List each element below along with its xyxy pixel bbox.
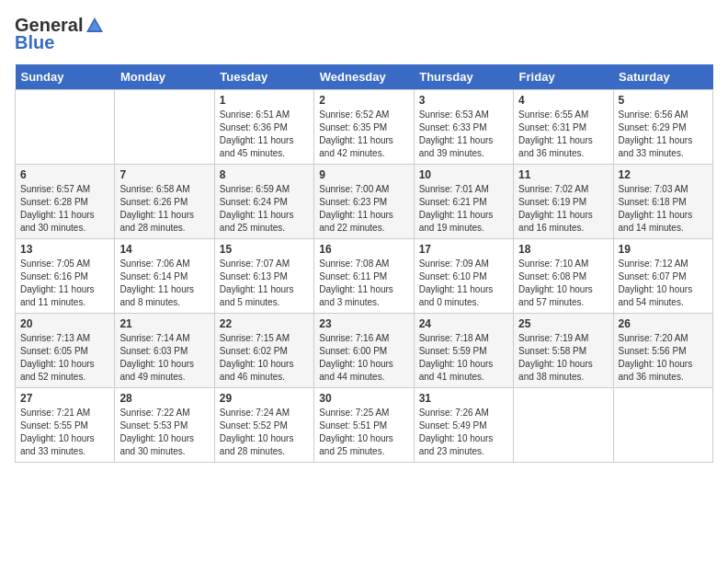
day-number: 3 [419,94,508,107]
day-number: 16 [319,243,408,256]
calendar-table: SundayMondayTuesdayWednesdayThursdayFrid… [15,64,713,463]
calendar-week-row: 27Sunrise: 7:21 AM Sunset: 5:55 PM Dayli… [16,388,713,463]
day-number: 31 [419,392,508,405]
day-info: Sunrise: 7:03 AM Sunset: 6:18 PM Dayligh… [619,183,708,235]
day-info: Sunrise: 7:19 AM Sunset: 5:58 PM Dayligh… [518,332,608,384]
calendar-cell: 2Sunrise: 6:52 AM Sunset: 6:35 PM Daylig… [314,90,414,165]
day-number: 1 [220,94,309,107]
day-number: 28 [119,392,209,405]
calendar-cell: 5Sunrise: 6:56 AM Sunset: 6:29 PM Daylig… [613,90,712,165]
day-number: 13 [20,243,109,256]
day-info: Sunrise: 7:18 AM Sunset: 5:59 PM Dayligh… [419,332,508,384]
day-number: 19 [619,243,708,256]
day-number: 24 [419,317,508,330]
calendar-week-row: 13Sunrise: 7:05 AM Sunset: 6:16 PM Dayli… [16,239,713,314]
calendar-cell: 20Sunrise: 7:13 AM Sunset: 6:05 PM Dayli… [16,314,115,388]
day-number: 30 [319,392,408,405]
day-info: Sunrise: 7:20 AM Sunset: 5:56 PM Dayligh… [619,332,708,384]
day-info: Sunrise: 7:08 AM Sunset: 6:11 PM Dayligh… [319,258,408,309]
calendar-week-row: 20Sunrise: 7:13 AM Sunset: 6:05 PM Dayli… [16,314,713,388]
day-info: Sunrise: 7:26 AM Sunset: 5:49 PM Dayligh… [419,407,508,458]
day-info: Sunrise: 7:22 AM Sunset: 5:53 PM Dayligh… [119,407,209,458]
day-info: Sunrise: 7:16 AM Sunset: 6:00 PM Dayligh… [319,332,408,384]
day-info: Sunrise: 6:55 AM Sunset: 6:31 PM Dayligh… [518,109,608,160]
day-number: 27 [20,392,109,405]
calendar-cell: 13Sunrise: 7:05 AM Sunset: 6:16 PM Dayli… [16,239,115,314]
day-info: Sunrise: 7:15 AM Sunset: 6:02 PM Dayligh… [220,332,309,384]
calendar-cell: 11Sunrise: 7:02 AM Sunset: 6:19 PM Dayli… [514,165,613,239]
day-number: 17 [419,243,508,256]
calendar-cell [613,388,712,463]
day-header-thursday: Thursday [414,64,513,90]
calendar-cell: 7Sunrise: 6:58 AM Sunset: 6:26 PM Daylig… [115,165,214,239]
calendar-cell: 23Sunrise: 7:16 AM Sunset: 6:00 PM Dayli… [314,314,414,388]
calendar-cell: 27Sunrise: 7:21 AM Sunset: 5:55 PM Dayli… [16,388,115,463]
day-number: 12 [619,168,708,181]
day-info: Sunrise: 7:05 AM Sunset: 6:16 PM Dayligh… [20,258,109,309]
day-info: Sunrise: 6:51 AM Sunset: 6:36 PM Dayligh… [220,109,309,160]
calendar-cell: 17Sunrise: 7:09 AM Sunset: 6:10 PM Dayli… [414,239,513,314]
day-info: Sunrise: 7:07 AM Sunset: 6:13 PM Dayligh… [220,258,309,309]
day-number: 29 [220,392,309,405]
day-number: 5 [619,94,708,107]
day-info: Sunrise: 7:00 AM Sunset: 6:23 PM Dayligh… [319,183,408,235]
calendar-cell [115,90,214,165]
day-number: 20 [20,317,109,330]
calendar-cell: 19Sunrise: 7:12 AM Sunset: 6:07 PM Dayli… [613,239,712,314]
calendar-cell: 26Sunrise: 7:20 AM Sunset: 5:56 PM Dayli… [613,314,712,388]
day-number: 6 [20,168,109,181]
calendar-cell: 24Sunrise: 7:18 AM Sunset: 5:59 PM Dayli… [414,314,513,388]
day-info: Sunrise: 7:24 AM Sunset: 5:52 PM Dayligh… [220,407,309,458]
calendar-cell: 14Sunrise: 7:06 AM Sunset: 6:14 PM Dayli… [115,239,214,314]
calendar-cell: 4Sunrise: 6:55 AM Sunset: 6:31 PM Daylig… [514,90,613,165]
calendar-cell: 21Sunrise: 7:14 AM Sunset: 6:03 PM Dayli… [115,314,214,388]
day-number: 21 [119,317,209,330]
calendar-cell [16,90,115,165]
day-number: 4 [518,94,608,107]
logo-icon [85,16,105,36]
calendar-cell: 10Sunrise: 7:01 AM Sunset: 6:21 PM Dayli… [414,165,513,239]
day-info: Sunrise: 7:14 AM Sunset: 6:03 PM Dayligh… [119,332,209,384]
day-info: Sunrise: 6:56 AM Sunset: 6:29 PM Dayligh… [619,109,708,160]
calendar-cell: 12Sunrise: 7:03 AM Sunset: 6:18 PM Dayli… [613,165,712,239]
day-header-monday: Monday [115,64,214,90]
calendar-cell: 6Sunrise: 6:57 AM Sunset: 6:28 PM Daylig… [16,165,115,239]
calendar-cell: 31Sunrise: 7:26 AM Sunset: 5:49 PM Dayli… [414,388,513,463]
day-info: Sunrise: 7:21 AM Sunset: 5:55 PM Dayligh… [20,407,109,458]
day-info: Sunrise: 7:10 AM Sunset: 6:08 PM Dayligh… [518,258,608,309]
calendar-cell: 1Sunrise: 6:51 AM Sunset: 6:36 PM Daylig… [214,90,313,165]
page-header: General Blue [15,15,713,53]
day-info: Sunrise: 7:12 AM Sunset: 6:07 PM Dayligh… [619,258,708,309]
day-number: 9 [319,168,408,181]
day-info: Sunrise: 6:59 AM Sunset: 6:24 PM Dayligh… [220,183,309,235]
calendar-cell: 25Sunrise: 7:19 AM Sunset: 5:58 PM Dayli… [514,314,613,388]
day-number: 25 [518,317,608,330]
day-number: 14 [119,243,209,256]
day-info: Sunrise: 6:52 AM Sunset: 6:35 PM Dayligh… [319,109,408,160]
day-number: 8 [220,168,309,181]
calendar-cell: 15Sunrise: 7:07 AM Sunset: 6:13 PM Dayli… [214,239,313,314]
calendar-cell: 16Sunrise: 7:08 AM Sunset: 6:11 PM Dayli… [314,239,414,314]
day-header-tuesday: Tuesday [214,64,313,90]
day-number: 2 [319,94,408,107]
calendar-cell: 30Sunrise: 7:25 AM Sunset: 5:51 PM Dayli… [314,388,414,463]
day-header-sunday: Sunday [16,64,115,90]
day-number: 7 [119,168,209,181]
day-info: Sunrise: 6:53 AM Sunset: 6:33 PM Dayligh… [419,109,508,160]
day-info: Sunrise: 6:57 AM Sunset: 6:28 PM Dayligh… [20,183,109,235]
day-info: Sunrise: 7:09 AM Sunset: 6:10 PM Dayligh… [419,258,508,309]
day-header-saturday: Saturday [613,64,712,90]
day-header-wednesday: Wednesday [314,64,414,90]
calendar-cell: 28Sunrise: 7:22 AM Sunset: 5:53 PM Dayli… [115,388,214,463]
logo: General Blue [15,15,105,53]
calendar-cell: 22Sunrise: 7:15 AM Sunset: 6:02 PM Dayli… [214,314,313,388]
calendar-week-row: 6Sunrise: 6:57 AM Sunset: 6:28 PM Daylig… [16,165,713,239]
day-header-friday: Friday [514,64,613,90]
calendar-cell: 18Sunrise: 7:10 AM Sunset: 6:08 PM Dayli… [514,239,613,314]
calendar-week-row: 1Sunrise: 6:51 AM Sunset: 6:36 PM Daylig… [16,90,713,165]
calendar-header-row: SundayMondayTuesdayWednesdayThursdayFrid… [16,64,713,90]
day-number: 15 [220,243,309,256]
day-info: Sunrise: 7:13 AM Sunset: 6:05 PM Dayligh… [20,332,109,384]
calendar-cell [514,388,613,463]
day-number: 26 [619,317,708,330]
